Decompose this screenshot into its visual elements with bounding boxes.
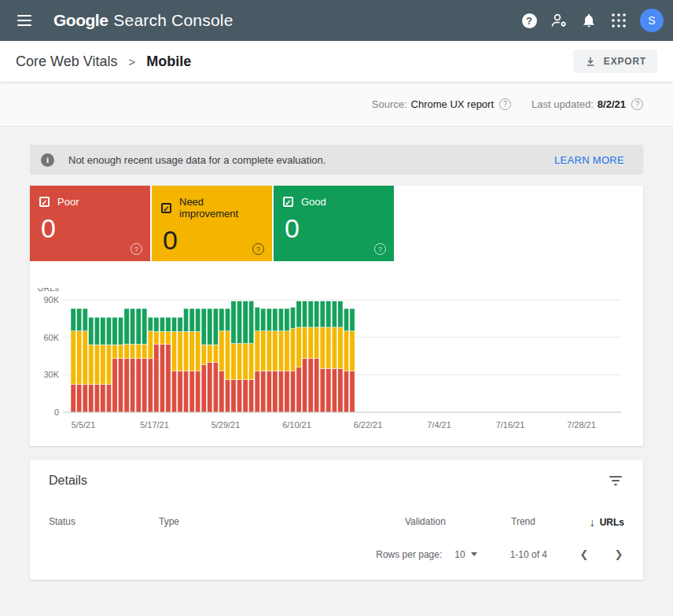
info-icon: i bbox=[41, 153, 54, 167]
caret-down-icon bbox=[471, 552, 477, 556]
learn-more-link[interactable]: LEARN MORE bbox=[554, 154, 624, 166]
last-updated-value: 8/2/21 bbox=[598, 98, 626, 110]
svg-text:6/10/21: 6/10/21 bbox=[282, 420, 311, 430]
last-updated-help-icon[interactable]: ? bbox=[631, 98, 643, 110]
details-panel: Details Status Type Validation Trend ↓ U… bbox=[30, 460, 643, 580]
urls-stacked-bar-chart: URLs030K60K90K5/5/215/17/215/29/216/10/2… bbox=[30, 288, 643, 437]
svg-text:5/29/21: 5/29/21 bbox=[211, 420, 241, 430]
rows-per-page-select[interactable]: 10 bbox=[454, 549, 476, 560]
status-card-label: Good bbox=[301, 196, 326, 208]
next-page-button[interactable]: ❯ bbox=[613, 548, 624, 560]
help-circle-icon[interactable]: ? bbox=[131, 243, 142, 255]
status-card-poor[interactable]: ✓ Poor 0 ? bbox=[30, 186, 150, 261]
header-actions: ? S bbox=[520, 9, 664, 32]
app-logo[interactable]: Google Search Console bbox=[53, 11, 234, 30]
avatar-initial: S bbox=[648, 14, 655, 27]
help-circle-icon[interactable]: ? bbox=[252, 243, 264, 255]
column-header-trend[interactable]: Trend bbox=[511, 516, 535, 527]
source-help-icon[interactable]: ? bbox=[499, 98, 511, 110]
table-pagination: Rows per page: 10 1-10 of 4 ❮ ❯ bbox=[376, 548, 624, 560]
svg-text:0: 0 bbox=[54, 408, 59, 417]
filter-icon[interactable] bbox=[609, 476, 623, 487]
page-title: Mobile bbox=[146, 53, 191, 70]
checked-checkbox-icon[interactable]: ✓ bbox=[161, 203, 171, 213]
last-updated-label: Last updated: bbox=[531, 98, 594, 110]
svg-text:5/5/21: 5/5/21 bbox=[72, 420, 96, 430]
export-label: EXPORT bbox=[604, 56, 646, 67]
pagination-range: 1-10 of 4 bbox=[510, 549, 547, 560]
report-panel: ✓ Poor 0 ? ✓ Need improvement 0 ? ✓ Good… bbox=[30, 186, 643, 446]
svg-text:5/17/21: 5/17/21 bbox=[140, 420, 169, 430]
user-settings-icon bbox=[550, 11, 568, 30]
report-meta-bar: Source: Chrome UX report ? Last updated:… bbox=[0, 82, 673, 127]
svg-text:7/4/21: 7/4/21 bbox=[427, 420, 451, 430]
column-header-status[interactable]: Status bbox=[49, 516, 75, 527]
svg-text:6/22/21: 6/22/21 bbox=[354, 420, 383, 430]
status-card-count: 0 bbox=[41, 215, 141, 242]
svg-text:7/16/21: 7/16/21 bbox=[496, 420, 525, 430]
svg-text:60K: 60K bbox=[43, 333, 59, 342]
breadcrumb-separator: > bbox=[128, 55, 135, 68]
prev-page-button[interactable]: ❮ bbox=[579, 548, 590, 560]
status-card-need-improvement[interactable]: ✓ Need improvement 0 ? bbox=[152, 186, 272, 261]
checked-checkbox-icon[interactable]: ✓ bbox=[39, 197, 50, 207]
column-header-urls[interactable]: ↓ URLs bbox=[590, 516, 624, 529]
status-card-count: 0 bbox=[285, 215, 384, 242]
svg-text:90K: 90K bbox=[43, 295, 59, 304]
checked-checkbox-icon[interactable]: ✓ bbox=[283, 197, 293, 207]
help-circle-icon[interactable]: ? bbox=[374, 243, 386, 255]
user-settings-button[interactable] bbox=[550, 11, 568, 30]
banner-message: Not enough recent usage data for a compl… bbox=[68, 154, 325, 166]
apps-grid-button[interactable] bbox=[609, 11, 628, 30]
logo-product-text: Search Console bbox=[113, 11, 233, 30]
bell-icon bbox=[581, 13, 597, 28]
help-button[interactable]: ? bbox=[520, 11, 539, 30]
details-table-header: Status Type Validation Trend ↓ URLs bbox=[30, 516, 643, 529]
svg-text:30K: 30K bbox=[43, 370, 59, 379]
column-header-type[interactable]: Type bbox=[159, 516, 179, 527]
source-value: Chrome UX report bbox=[411, 98, 494, 110]
status-card-good[interactable]: ✓ Good 0 ? bbox=[274, 186, 394, 261]
menu-icon[interactable] bbox=[17, 15, 31, 26]
details-title: Details bbox=[49, 474, 87, 488]
app-header: Google Search Console ? bbox=[0, 0, 673, 41]
breadcrumb: Core Web Vitals > Mobile EXPORT bbox=[0, 41, 673, 82]
status-card-label: Need improvement bbox=[179, 196, 263, 219]
status-card-label: Poor bbox=[57, 196, 79, 208]
chart-canvas[interactable]: URLs030K60K90K5/5/215/17/215/29/216/10/2… bbox=[30, 288, 643, 437]
rows-per-page-label: Rows per page: bbox=[376, 549, 442, 560]
breadcrumb-section[interactable]: Core Web Vitals bbox=[16, 53, 117, 70]
help-icon: ? bbox=[522, 13, 537, 28]
status-card-count: 0 bbox=[163, 227, 263, 253]
svg-text:7/28/21: 7/28/21 bbox=[567, 420, 596, 430]
info-banner: i Not enough recent usage data for a com… bbox=[30, 145, 643, 175]
notifications-button[interactable] bbox=[579, 11, 598, 30]
source-label: Source: bbox=[372, 98, 407, 110]
avatar[interactable]: S bbox=[640, 9, 664, 32]
column-header-validation[interactable]: Validation bbox=[405, 516, 446, 527]
download-icon bbox=[584, 55, 597, 68]
logo-google-text: Google bbox=[53, 11, 108, 30]
svg-text:URLs: URLs bbox=[37, 288, 59, 293]
status-cards-row: ✓ Poor 0 ? ✓ Need improvement 0 ? ✓ Good… bbox=[30, 186, 643, 261]
sort-desc-icon: ↓ bbox=[590, 516, 595, 529]
apps-grid-icon bbox=[612, 13, 626, 28]
export-button[interactable]: EXPORT bbox=[573, 50, 657, 73]
